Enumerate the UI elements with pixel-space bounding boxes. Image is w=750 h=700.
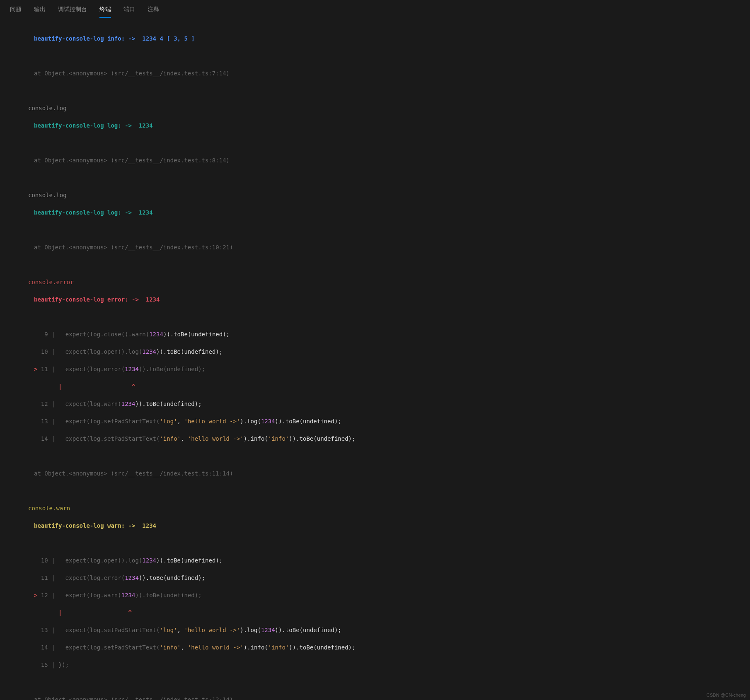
- console-warn-header: console.warn: [17, 504, 740, 513]
- stack-trace: at Object.<anonymous> (src/__tests__/ind…: [17, 243, 740, 252]
- log-line: beautify-console-log log: -> 1234: [17, 208, 740, 217]
- code-frame-row: 15 | });: [17, 661, 740, 669]
- code-frame-row: 13 | expect(log.setPadStartText('log', '…: [17, 626, 740, 635]
- tab-ports[interactable]: 端口: [123, 3, 135, 18]
- log-line: beautify-console-log log: -> 1234: [17, 121, 740, 130]
- stack-trace: at Object.<anonymous> (src/__tests__/ind…: [17, 469, 740, 478]
- console-log-header: console.log: [17, 104, 740, 113]
- tab-problems[interactable]: 问题: [10, 3, 22, 18]
- code-frame-row: 12 | expect(log.warn(1234)).toBe(undefin…: [17, 400, 740, 408]
- code-frame-row-current: > 12 | expect(log.warn(1234)).toBe(undef…: [17, 591, 740, 600]
- terminal-output[interactable]: beautify-console-log info: -> 1234 4 [ 3…: [0, 18, 750, 700]
- code-frame-row: 14 | expect(log.setPadStartText('info', …: [17, 434, 740, 443]
- code-frame-row: 10 | expect(log.open().log(1234)).toBe(u…: [17, 556, 740, 565]
- tab-terminal[interactable]: 终端: [99, 3, 111, 18]
- code-frame-caret: | ^: [17, 608, 740, 617]
- stack-trace: at Object.<anonymous> (src/__tests__/ind…: [17, 156, 740, 165]
- watermark: CSDN @CN-cheng: [706, 692, 746, 699]
- tab-output[interactable]: 输出: [34, 3, 46, 18]
- code-frame-row: 10 | expect(log.open().log(1234)).toBe(u…: [17, 348, 740, 356]
- stack-trace: at Object.<anonymous> (src/__tests__/ind…: [17, 695, 740, 700]
- code-frame-row: 11 | expect(log.error(1234)).toBe(undefi…: [17, 574, 740, 582]
- error-line: beautify-console-log error: -> 1234: [17, 295, 740, 304]
- info-prefix: beautify-console-log info: ->: [34, 35, 142, 42]
- code-frame-row: 9 | expect(log.close().warn(1234)).toBe(…: [17, 330, 740, 339]
- code-frame-row-current: > 11 | expect(log.error(1234)).toBe(unde…: [17, 365, 740, 374]
- info-values: 1234 4 [ 3, 5 ]: [142, 35, 194, 42]
- warn-line: beautify-console-log warn: -> 1234: [17, 521, 740, 530]
- panel-tabs: 问题 输出 调试控制台 终端 端口 注释: [0, 0, 750, 18]
- console-error-header: console.error: [17, 278, 740, 287]
- stack-trace: at Object.<anonymous> (src/__tests__/ind…: [17, 69, 740, 78]
- code-frame-row: 13 | expect(log.setPadStartText('log', '…: [17, 417, 740, 426]
- console-log-header: console.log: [17, 191, 740, 200]
- tab-debug-console[interactable]: 调试控制台: [58, 3, 87, 18]
- code-frame-row: 14 | expect(log.setPadStartText('info', …: [17, 643, 740, 652]
- tab-comments[interactable]: 注释: [148, 3, 159, 18]
- code-frame-caret: | ^: [17, 382, 740, 391]
